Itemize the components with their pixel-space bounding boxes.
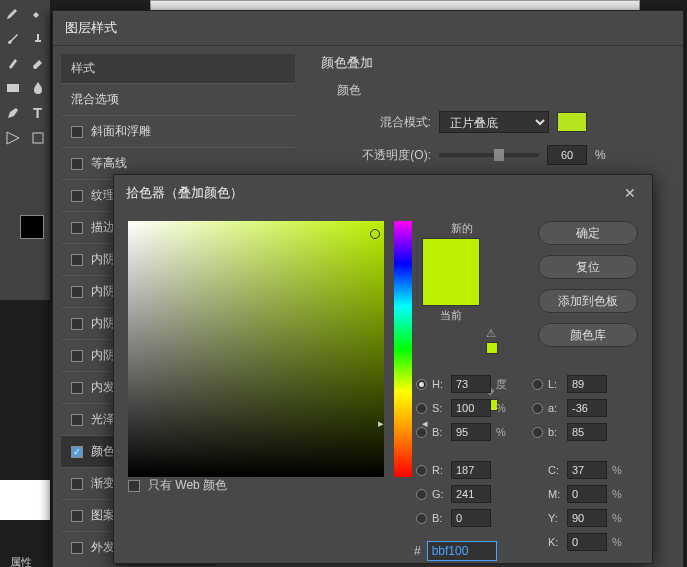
radio-rgb-b[interactable] [416,513,427,524]
layer-style-title: 图层样式 [53,11,683,46]
hex-prefix: # [414,544,421,558]
ok-button[interactable]: 确定 [538,221,638,245]
current-label: 当前 [422,308,480,323]
cancel-button[interactable]: 复位 [538,255,638,279]
healing-tool[interactable] [25,0,50,25]
opacity-slider[interactable] [439,153,539,157]
m-input[interactable] [567,485,607,503]
s-input[interactable] [451,399,491,417]
blend-mode-label: 混合模式: [351,114,431,131]
hex-input[interactable] [427,541,497,561]
saturation-value-field[interactable] [128,221,384,477]
svg-rect-0 [7,84,19,92]
brush-tool[interactable] [0,25,25,50]
radio-lab-b[interactable] [532,427,543,438]
style-bevel[interactable]: 斜面和浮雕 [61,115,295,147]
g-input[interactable] [451,485,491,503]
radio-r[interactable] [416,465,427,476]
opacity-input[interactable] [547,145,587,165]
shape-tool[interactable] [25,125,50,150]
radio-l[interactable] [532,379,543,390]
rgb-b-input[interactable] [451,509,491,527]
radio-s[interactable] [416,403,427,414]
add-swatch-button[interactable]: 添加到色板 [538,289,638,313]
color-swatches[interactable] [20,215,44,239]
radio-h[interactable] [416,379,427,390]
web-only-row[interactable]: 只有 Web 颜色 [128,477,227,494]
close-icon[interactable]: ✕ [620,183,640,203]
left-toolbar: T [0,0,50,300]
radio-b[interactable] [416,427,427,438]
picker-title: 拾色器（叠加颜色） [126,184,243,202]
section-sub: 颜色 [337,82,665,99]
hue-thumb[interactable] [388,425,418,427]
gradient-tool[interactable] [0,75,25,100]
stamp-tool[interactable] [25,25,50,50]
warning-icon[interactable]: ⚠ [486,327,566,354]
path-tool[interactable] [0,125,25,150]
web-only-label: 只有 Web 颜色 [148,477,227,494]
eyedropper-tool[interactable] [0,0,25,25]
color-fields: H:度 S:% B:% R: G: B: L: a: b: C:% M:% Y:… [416,375,624,551]
pen-tool[interactable] [0,100,25,125]
overlay-color-swatch[interactable] [557,112,587,132]
l-input[interactable] [567,375,607,393]
opacity-unit: % [595,148,606,162]
lab-b-input[interactable] [567,423,607,441]
radio-g[interactable] [416,489,427,500]
properties-label: 属性 [10,555,32,567]
svg-rect-1 [33,133,43,143]
new-label: 新的 [422,221,502,236]
c-input[interactable] [567,461,607,479]
blend-options-item[interactable]: 混合选项 [61,83,295,115]
blur-tool[interactable] [25,75,50,100]
styles-header[interactable]: 样式 [61,54,295,83]
h-input[interactable] [451,375,491,393]
white-panel [0,480,50,520]
sv-cursor[interactable] [370,229,380,239]
color-preview [422,238,480,306]
r-input[interactable] [451,461,491,479]
opacity-label: 不透明度(O): [351,147,431,164]
radio-a[interactable] [532,403,543,414]
b-input[interactable] [451,423,491,441]
eraser-tool[interactable] [25,50,50,75]
section-title: 颜色叠加 [321,54,665,72]
y-input[interactable] [567,509,607,527]
history-brush-tool[interactable] [0,50,25,75]
k-input[interactable] [567,533,607,551]
a-input[interactable] [567,399,607,417]
type-tool[interactable]: T [25,100,50,125]
hue-slider[interactable] [394,221,412,477]
web-only-checkbox[interactable] [128,480,140,492]
blend-mode-select[interactable]: 正片叠底 [439,111,549,133]
foreground-color[interactable] [20,215,44,239]
color-picker-dialog: 拾色器（叠加颜色） ✕ 新的 当前 ⚠ ◈ 确定 复位 添加到色板 颜色库 H:… [113,174,653,564]
